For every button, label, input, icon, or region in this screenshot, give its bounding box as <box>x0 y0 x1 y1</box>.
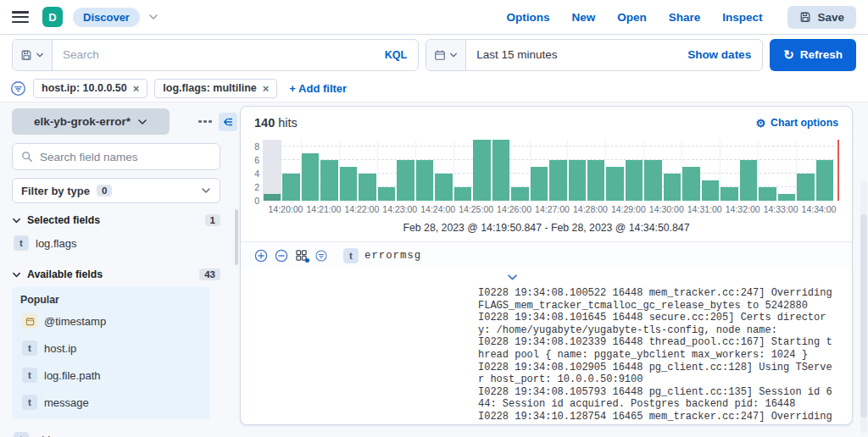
search-input[interactable] <box>53 40 374 70</box>
histogram-bar[interactable] <box>778 194 795 201</box>
field-search-input[interactable] <box>40 151 211 163</box>
histogram-bar[interactable] <box>721 187 737 201</box>
breadcrumb-discover[interactable]: Discover <box>73 8 140 27</box>
selected-fields-count-badge: 1 <box>205 214 220 226</box>
histogram-bar-slot <box>358 140 376 201</box>
histogram-bar-slot <box>453 140 472 201</box>
refresh-icon: ↻ <box>783 48 794 61</box>
histogram-bar[interactable] <box>359 174 376 201</box>
nav-link-open[interactable]: Open <box>617 11 647 24</box>
histogram-bar[interactable] <box>759 187 776 201</box>
histogram-bar[interactable] <box>682 167 699 201</box>
field-type-t-icon: t <box>14 432 29 437</box>
chart-options-button[interactable]: ⚙ Chart options <box>755 117 838 130</box>
histogram-bar[interactable] <box>282 174 299 201</box>
histogram-bar[interactable] <box>511 187 528 201</box>
refresh-button[interactable]: ↻ Refresh <box>770 39 856 71</box>
filter-pill[interactable]: log.flags: multiline× <box>154 79 277 98</box>
histogram-bar[interactable] <box>702 180 719 201</box>
histogram-bar[interactable] <box>397 160 414 201</box>
histogram-bar[interactable] <box>664 174 681 201</box>
histogram-bar-slot <box>587 140 605 201</box>
field-name: host.ip <box>44 342 76 355</box>
field-type-t-icon: t <box>22 368 37 383</box>
chevron-down-icon[interactable] <box>148 12 159 22</box>
x-axis-label: 14:34:00 <box>802 204 837 214</box>
add-filter-button[interactable]: + Add filter <box>289 82 347 95</box>
field-name: _id <box>36 434 50 437</box>
histogram-bar[interactable] <box>378 187 395 201</box>
y-axis: 02468 <box>246 140 259 201</box>
column-actions-chevron-icon[interactable] <box>507 272 518 283</box>
date-quick-menu-button[interactable] <box>426 40 466 70</box>
filter-by-type-button[interactable]: Filter by type 0 <box>12 178 220 203</box>
contract-minus-icon[interactable] <box>275 249 288 263</box>
histogram-bar[interactable] <box>569 160 586 201</box>
filter-pill[interactable]: host.ip: 10.0.0.50× <box>33 79 147 98</box>
nav-link-options[interactable]: Options <box>506 11 549 24</box>
histogram-bar[interactable] <box>587 160 604 201</box>
columns-selector-icon[interactable] <box>295 249 308 262</box>
query-language-button[interactable]: KQL <box>374 40 418 70</box>
errormsg-cell-content: I0228 19:34:08.100522 16448 mem_tracker.… <box>478 287 853 425</box>
doc-table-body: I0228 19:34:08.100522 16448 mem_tracker.… <box>241 268 852 425</box>
field-settings-dots-icon[interactable] <box>198 120 212 124</box>
field-item--id[interactable]: t_id <box>12 426 220 437</box>
sort-fields-icon[interactable] <box>314 249 328 263</box>
selected-fields-header[interactable]: Selected fields 1 <box>12 214 220 226</box>
remove-filter-icon[interactable]: × <box>133 82 140 95</box>
histogram-bar[interactable] <box>797 174 814 201</box>
histogram-bar[interactable] <box>549 160 566 201</box>
chevron-down-icon <box>449 51 458 59</box>
save-button[interactable]: Save <box>787 6 856 29</box>
log-line: FLAGS_mem_tracker_tcmalloc_gc_release_by… <box>478 423 853 425</box>
field-item-message[interactable]: tmessage <box>20 389 229 416</box>
sidebar-scrollbar[interactable] <box>235 209 238 265</box>
histogram-bar[interactable] <box>606 167 623 201</box>
histogram-bar[interactable] <box>816 160 833 201</box>
saved-query-menu-button[interactable] <box>13 40 53 70</box>
field-item--timestamp[interactable]: @timestamp <box>20 307 229 335</box>
histogram-bar[interactable] <box>454 187 471 201</box>
field-item-log-flags[interactable]: tlog.flags <box>12 230 220 257</box>
y-axis-tick: 0 <box>254 196 259 206</box>
query-bar: KQL Last 15 minutes Show dates ↻ Refresh <box>0 35 868 75</box>
menu-icon[interactable] <box>12 11 29 23</box>
collapse-sidebar-button[interactable] <box>219 113 237 131</box>
remove-filter-icon[interactable]: × <box>263 82 270 95</box>
field-name: log.file.path <box>44 369 101 382</box>
histogram-bar[interactable] <box>435 174 452 201</box>
expand-plus-icon[interactable] <box>254 249 268 263</box>
x-axis-label: 14:28:00 <box>573 204 608 214</box>
show-dates-button[interactable]: Show dates <box>676 48 762 61</box>
nav-link-inspect[interactable]: Inspect <box>722 11 762 24</box>
histogram-bar[interactable] <box>264 194 281 201</box>
histogram-bar[interactable] <box>340 167 357 201</box>
histogram-bar-slot <box>530 140 548 201</box>
histogram-bar[interactable] <box>416 160 433 201</box>
filter-circle-icon[interactable] <box>10 80 26 97</box>
page-scrollbar-thumb[interactable] <box>860 214 867 418</box>
histogram-bar[interactable] <box>644 160 661 201</box>
histogram-bar[interactable] <box>626 160 643 201</box>
available-fields-header[interactable]: Available fields 43 <box>12 268 220 280</box>
histogram-chart[interactable]: 02468 <box>263 140 834 201</box>
histogram-bar[interactable] <box>531 167 548 201</box>
histogram-bar[interactable] <box>473 140 490 201</box>
space-avatar[interactable]: D <box>42 7 63 27</box>
histogram-bar[interactable] <box>492 140 509 201</box>
page-scrollbar[interactable] <box>860 180 867 434</box>
time-range-value[interactable]: Last 15 minutes <box>466 48 676 61</box>
field-item-host-ip[interactable]: thost.ip <box>20 335 229 362</box>
histogram-bars <box>263 140 834 201</box>
field-item-log-file-path[interactable]: tlog.file.path <box>20 362 229 389</box>
nav-link-share[interactable]: Share <box>669 11 701 24</box>
column-header-errormsg[interactable]: t errormsg <box>343 248 421 263</box>
histogram-bar[interactable] <box>740 160 757 201</box>
nav-link-new[interactable]: New <box>571 11 595 24</box>
available-fields-count-badge: 43 <box>199 268 220 280</box>
index-pattern-selector[interactable]: elk-yb-grok-error* <box>12 108 170 135</box>
histogram-bar[interactable] <box>320 160 337 201</box>
chevron-down-icon <box>137 117 147 127</box>
histogram-bar[interactable] <box>302 153 319 201</box>
